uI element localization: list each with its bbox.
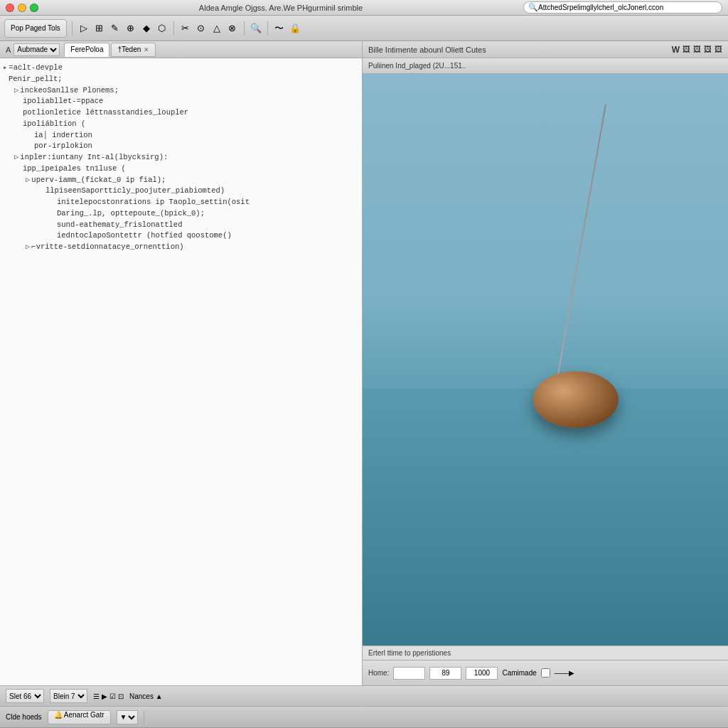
aenarct-gatr-button[interactable]: 🔔 Aenarct Gatr (48, 710, 111, 724)
code-line-13: initelepocstonrations ip Taoplo_settin(o… (3, 197, 359, 208)
window-title: Aldea Amgle Ojgss. Are.We PHgurminil sri… (38, 4, 523, 12)
window-controls (6, 4, 38, 12)
code-line-6: ipoliábltion ( (3, 119, 359, 130)
right-panel-header: Bille Intimente abounl Oliett Cutes W 🖼 … (363, 41, 728, 58)
value1000-input[interactable] (466, 667, 498, 680)
tab-teden-label: †Teden (117, 46, 141, 53)
code-line-11: ▷uperv-iamm_(fickat_0 ip fial); (3, 175, 359, 186)
search-icon: 🔍 (528, 3, 538, 12)
toolbar-icon-pencil[interactable]: ✎ (109, 22, 122, 35)
search-box[interactable]: 🔍 (523, 1, 722, 14)
code-line-3: ▷inckeoSanllse Plonems; (3, 85, 359, 97)
code-line-15: sund-eathematy_frislonattled (3, 220, 359, 231)
toolbar-icon-add[interactable]: ⊕ (124, 22, 137, 35)
title-bar: Aldea Amgle Ojgss. Are.We PHgurminil sri… (0, 0, 728, 16)
toolbar-icon-play[interactable]: ▶ (102, 692, 107, 700)
toolbar-icon-target[interactable]: ⊙ (195, 22, 208, 35)
close-button[interactable] (6, 4, 14, 12)
code-line-4: ipoliabllet-=ppace (3, 96, 359, 107)
code-line-17: ▷⌐vritte-setdionnatacye_ornenttion) (3, 242, 359, 253)
tab-teden-close-icon[interactable]: ✕ (144, 46, 149, 53)
toolbar-separator-4 (267, 21, 268, 36)
toolbar-icon-lock[interactable]: 🔒 (289, 22, 301, 35)
scene-water (363, 388, 728, 646)
preview-controls: Home: Camimade ——▶ (363, 660, 728, 685)
code-line-9: ▷inpler:iuntany Int-al(lbycksirg): (3, 152, 359, 164)
code-line-16: iedntoclapoSontettr (hotfied qoostome() (3, 230, 359, 242)
preview-title: Puliinen Ind_plaged (2U...151.. (368, 62, 466, 70)
toolbar-icon-scissors[interactable]: ✂ (179, 22, 192, 35)
enter-time-label: Erterl ttime to pperistiones (368, 649, 451, 657)
main-toolbar: Pop Paged Tols ▷ ⊞ ✎ ⊕ ◆ ⬡ ✂ ⊙ △ ⊗ 🔍 〜 🔒 (0, 16, 728, 41)
header-icon-img4: 🖼 (714, 45, 722, 55)
preview-title-bar: Puliinen Ind_plaged (2U...151.. (363, 58, 728, 74)
tab-ferepola-label: FerePoloa (70, 46, 103, 53)
editor-tabs: A Aubmade FerePoloa †Teden ✕ (0, 41, 362, 58)
toolbar-separator-2 (173, 21, 174, 36)
main-content: A Aubmade FerePoloa †Teden ✕ ▸=aclt-devp… (0, 41, 728, 685)
tab-teden[interactable]: †Teden ✕ (111, 43, 156, 57)
right-panel: Bille Intimente abounl Oliett Cutes W 🖼 … (363, 41, 728, 685)
status-separator (144, 710, 144, 724)
toolbar-icon-nav[interactable]: ⊡ (118, 692, 124, 700)
header-icon-img3: 🖼 (704, 45, 712, 55)
scene-background (363, 74, 728, 646)
maximize-button[interactable] (30, 4, 38, 12)
toolbar-icon-triangle[interactable]: △ (210, 22, 223, 35)
search-input[interactable] (538, 4, 695, 11)
header-icon-img1: 🖼 (682, 45, 690, 55)
home-label: Home: (368, 669, 389, 677)
pop-paged-tols-button[interactable]: Pop Paged Tols (4, 19, 67, 38)
code-line-8: por-irplokion (3, 141, 359, 152)
minimize-button[interactable] (18, 4, 26, 12)
value89-input[interactable] (429, 667, 461, 680)
scene-wire (556, 105, 607, 386)
toolbar-separator-3 (244, 21, 245, 36)
toolbar-separator-1 (72, 21, 73, 36)
code-editor[interactable]: ▸=aclt-devple Penir_pellt; ▷inckeoSanlls… (0, 58, 362, 685)
code-line-10: ipp_ipeipales tn1luse ( (3, 164, 359, 175)
camimade-arrow: ——▶ (555, 669, 574, 677)
toolbar-icon-list[interactable]: ☰ (93, 692, 100, 700)
clde-hoeds-label: Clde hoeds (6, 713, 42, 721)
home-input[interactable] (393, 667, 425, 680)
toolbar-icon-arrow[interactable]: ▷ (77, 22, 90, 35)
pop-paged-tols-label: Pop Paged Tols (11, 24, 60, 32)
status-bar-2: Clde hoeds 🔔 Aenarct Gatr ▼ (0, 707, 728, 728)
status-dropdown[interactable]: ▼ (117, 710, 138, 724)
toolbar-icon-grid[interactable]: ⊞ (93, 22, 106, 35)
toolbar-icon-search[interactable]: 🔍 (250, 22, 262, 35)
right-panel-title: Bille Intimente abounl Oliett Cutes (368, 46, 486, 54)
bottom-toolbar: Slet 66 Blein 7 ☰ ▶ ☑ ⊡ Nances ▲ (0, 685, 728, 707)
toolbar-icon-x[interactable]: ⊗ (226, 22, 239, 35)
camimade-label: Camimade (502, 669, 536, 677)
code-line-5: potlionletice léttnasstandies_loupler (3, 107, 359, 119)
code-line-2: Penir_pellt; (3, 74, 359, 85)
toolbar-icon-hex[interactable]: ⬡ (156, 22, 168, 35)
toolbar-icon-diamond[interactable]: ◆ (140, 22, 153, 35)
aenarct-gatr-label: Aenarct Gatr (64, 711, 105, 719)
nances-label[interactable]: Nances ▲ (129, 692, 163, 700)
scene-sphere-3d (533, 371, 619, 428)
tab-dropdown[interactable]: Aubmade (14, 43, 60, 56)
tab-ferepola[interactable]: FerePoloa (64, 43, 109, 57)
left-panel: A Aubmade FerePoloa †Teden ✕ ▸=aclt-devp… (0, 41, 363, 685)
header-icon-w: W (672, 45, 680, 55)
code-line-1: ▸=aclt-devple (3, 63, 359, 74)
code-line-12: llpiseenSaportticly_poojuter_piabiomted) (3, 186, 359, 197)
toolbar-icon-check[interactable]: ☑ (109, 692, 116, 700)
code-line-14: Daring_.lp, opttepoute_(bpick_0); (3, 208, 359, 220)
toolbar-icon-wave[interactable]: 〜 (273, 22, 286, 35)
aenarct-icon: 🔔 (54, 711, 63, 719)
code-line-7: ia│ indertion (3, 130, 359, 141)
slet66-select[interactable]: Slet 66 (6, 689, 44, 703)
header-icon-img2: 🖼 (693, 45, 701, 55)
preview-viewport[interactable] (363, 74, 728, 646)
camimade-checkbox[interactable] (541, 668, 550, 678)
blein7-select[interactable]: Blein 7 (50, 689, 87, 703)
